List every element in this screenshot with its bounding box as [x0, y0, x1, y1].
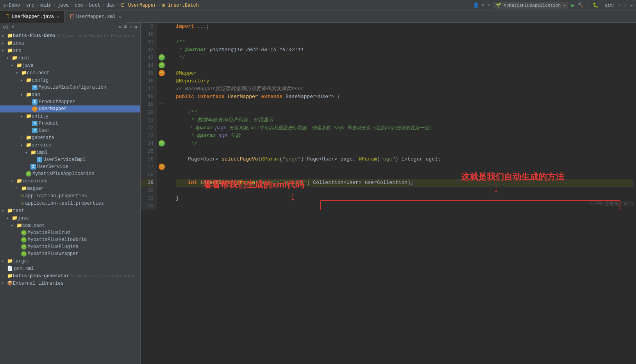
sidebar-item-userserviceimpl[interactable]: ▾ C UserServiceImpl	[0, 156, 140, 163]
code-line-22[interactable]: * @param page 分页对象,xml中可以从里面进行取值, 传递参数 P…	[176, 124, 633, 132]
sidebar-item-dao[interactable]: ▾ 📁 dao	[0, 91, 140, 98]
line-num-17: 17	[141, 85, 154, 93]
dao-label: dao	[32, 92, 40, 98]
sidebar-item-test-java[interactable]: ▾ 📁 java	[0, 214, 140, 222]
mybatisplusconfig-label: MybatisPlusConfiguration	[39, 85, 106, 90]
code-line-28[interactable]	[176, 171, 633, 179]
sidebar-item-mybatisplusapp[interactable]: ▾ 🌱 MybatisPlusApplication	[0, 170, 140, 177]
com-boot-label: com.boot	[27, 70, 50, 76]
breadcrumb-sep: ›	[53, 3, 56, 8]
gutter-mybatis-16[interactable]: 🌱	[159, 62, 165, 68]
code-editor[interactable]: 2 10 11 12 13 14 15 16 17 18 19 20 21 22	[141, 23, 636, 210]
tab-close-xml[interactable]: ✕	[119, 14, 121, 19]
code-line-26[interactable]: Page<User> selectPageVo ( @Param ( "page…	[176, 155, 633, 163]
app-props-label: application.properties	[25, 193, 87, 199]
sidebar-item-mybatisplusplugins[interactable]: ▾ 🌱 MybatisPlusPlugins	[0, 243, 140, 250]
sidebar-item-test[interactable]: ▾ 📁 test	[0, 207, 140, 214]
code-line-11[interactable]: /**	[176, 38, 633, 46]
gutter-mybatis-29[interactable]: 🌱	[159, 163, 165, 170]
sidebar-item-user[interactable]: ▾ C User	[0, 127, 140, 134]
code-line-13[interactable]: */	[176, 54, 633, 62]
sidebar-item-service[interactable]: ▾ 📁 service	[0, 141, 140, 149]
gutter-run-18[interactable]: 🌱	[159, 70, 165, 76]
sidebar-item-userservice[interactable]: ▾ I UserService	[0, 163, 140, 170]
code-line-14[interactable]	[176, 62, 633, 70]
breadcrumb-sep: ›	[85, 3, 88, 8]
sidebar-item-resources[interactable]: ▾ 📁 resources	[0, 177, 140, 185]
kw-int: int	[188, 179, 197, 187]
sidebar-item-src[interactable]: ▾ 📁 src	[0, 47, 140, 54]
sidebar-item-impl[interactable]: ▾ 📁 impl	[0, 149, 140, 156]
code-line-16[interactable]: @Repository	[176, 77, 633, 85]
fold-indicator-20[interactable]: |≡	[158, 101, 163, 105]
code-line-17[interactable]: // BaseMapper的泛型就是我们需要操作的实体类User	[176, 85, 633, 93]
run-button[interactable]: ▶	[571, 2, 574, 9]
code-line-27[interactable]	[176, 163, 633, 171]
git-arrow[interactable]: ↗	[630, 2, 633, 8]
breadcrumb-insertbatch[interactable]: m insertBatch	[162, 3, 199, 8]
sidebar-icon-locate[interactable]: ⊕	[119, 24, 121, 30]
update-button[interactable]: ↓	[587, 3, 590, 8]
debug-button[interactable]: 🐛	[593, 2, 598, 8]
breadcrumb-item: com	[75, 3, 83, 8]
code-line-31[interactable]: }	[176, 194, 633, 202]
sidebar-item-generate[interactable]: › 📁 generate	[0, 134, 140, 141]
sidebar-icon-settings[interactable]: ⚙	[134, 24, 137, 30]
git-check2[interactable]: ✓	[624, 2, 627, 8]
code-line-30[interactable]	[176, 187, 633, 194]
sidebar-item-app-test-props[interactable]: ▾ ⚙ application-test1.properties	[0, 200, 140, 207]
code-line-2[interactable]: import ... ;	[176, 23, 633, 30]
sidebar-item-target[interactable]: › 📁 target	[0, 257, 140, 265]
space	[197, 179, 200, 187]
sidebar-item-entity[interactable]: ▾ 📁 entity	[0, 112, 140, 120]
gutter-mybatis-15[interactable]: 🌱	[159, 54, 165, 61]
vcs-icon[interactable]: ✓	[488, 2, 490, 8]
sidebar-item-app-props[interactable]: ▾ ⚙ application.properties	[0, 192, 140, 200]
sidebar-item-external-libs[interactable]: › 📦 External Libraries	[0, 280, 140, 287]
sidebar-item-project-root[interactable]: ▾ 📁 batis-Plus-Demo D:\java code\Mybatis…	[0, 32, 140, 39]
sidebar-item-mybatispluswrapper[interactable]: ▾ 🌱 MybatisPlusWrapper	[0, 250, 140, 257]
code-line-21[interactable]: * 根据年龄查询用户列表，分页显示	[176, 116, 633, 124]
run-config-selector[interactable]: 🌱 MybatisPlusApplication ▾	[493, 2, 568, 9]
code-line-18[interactable]: public interface UserMapper extends Base…	[176, 93, 633, 101]
sidebar-icon-filter[interactable]: ≠	[129, 24, 132, 30]
code-line-20[interactable]: /**	[176, 109, 633, 116]
sidebar-item-test-com-boot[interactable]: ▾ 📁 com.boot	[0, 222, 140, 229]
sidebar-item-mapper-folder[interactable]: › 📁 mapper	[0, 185, 140, 192]
git-check[interactable]: ✓	[618, 2, 621, 8]
build-button[interactable]: 🔨	[578, 2, 584, 8]
sidebar-item-productmapper[interactable]: ▾ I ProductMapper	[0, 98, 140, 105]
tab-usermapper-xml[interactable]: 🗒 UserMapper.xml ✕	[64, 11, 126, 23]
java-class-icon: C	[37, 157, 42, 162]
mybatis-gutter-icon3: 🌱	[159, 164, 165, 170]
sidebar-item-idea[interactable]: ▾ 📁 idea	[0, 39, 140, 47]
tab-usermapper-java[interactable]: 🗒 UserMapper.java ✕	[0, 11, 64, 23]
gutter-mybatis-26[interactable]: 🌱	[159, 140, 165, 146]
sidebar-item-mybatispluscrud[interactable]: ▾ 🌱 MybatisPlusCrud	[0, 229, 140, 236]
sidebar-item-product[interactable]: ▾ C Product	[0, 120, 140, 127]
sidebar-item-generator[interactable]: › 📁 batis-plus-generator D:\mybatis-plus…	[0, 272, 140, 280]
folder-icon: 📁	[21, 186, 27, 191]
sidebar-item-usermapper[interactable]: ▾ 🌱 UserMapper	[0, 105, 140, 112]
sidebar-icon-collapse[interactable]: ≡	[124, 24, 127, 30]
spring-app-icon: 🌱	[21, 230, 27, 236]
code-line-19[interactable]	[176, 101, 633, 109]
user-icon[interactable]: 👤 ▾	[473, 2, 484, 8]
code-line-24[interactable]: */	[176, 140, 633, 148]
sidebar-item-config[interactable]: ▾ 📁 config	[0, 77, 140, 84]
sidebar-item-java[interactable]: ▾ 📁 java	[0, 62, 140, 69]
breadcrumb-usermapper[interactable]: 🗒 UserMapper	[121, 2, 156, 8]
code-line-15[interactable]: @Mapper	[176, 70, 633, 77]
sidebar-item-com-boot[interactable]: ▾ 📁 com.boot	[0, 69, 140, 77]
code-line-10[interactable]	[176, 30, 633, 38]
tab-close-java[interactable]: ✕	[57, 14, 59, 19]
code-line-32[interactable]	[176, 202, 633, 210]
sidebar-item-mybatisplushelloworld[interactable]: ▾ 🌱 MybatisPlusHelloWorld	[0, 236, 140, 243]
code-line-12[interactable]: * @author youzhengjie 2022-08-15 18:42:1…	[176, 46, 633, 54]
code-line-29[interactable]: int insertBatch ( @Param ( "userCollecti…	[176, 179, 633, 187]
code-line-23[interactable]: * @param age 年龄	[176, 132, 633, 140]
code-line-25[interactable]	[176, 148, 633, 155]
sidebar-item-main[interactable]: ▾ 📁 main	[0, 54, 140, 62]
sidebar-item-pom-xml[interactable]: ▾ 📄 pom.xml	[0, 265, 140, 272]
sidebar-item-mybatisplusconfig[interactable]: ▾ C MybatisPlusConfiguration	[0, 84, 140, 91]
